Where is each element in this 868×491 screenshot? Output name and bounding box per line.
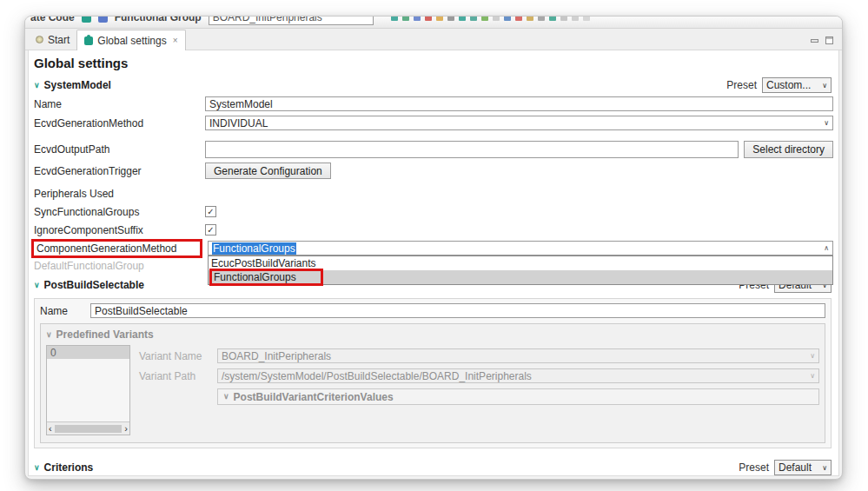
toolbar-mini-icon[interactable] — [527, 17, 533, 21]
preset-value: Custom... — [766, 79, 811, 91]
form-row-component-generation-method: ComponentGenerationMethod FunctionalGrou… — [34, 241, 833, 255]
label-ecvd-output-path: EcvdOutputPath — [34, 143, 205, 156]
chevron-down-icon: ∨ — [810, 372, 815, 380]
scrollbar-thumb[interactable] — [55, 425, 123, 433]
maximize-icon[interactable] — [825, 36, 833, 44]
toolbar-mini-icon[interactable] — [560, 17, 567, 21]
editor-tab-bar: Start Global settings × — [25, 29, 842, 50]
functional-group-value: BOARD_InitPeripherals — [213, 17, 322, 23]
form-row-peripherals-used: Peripherals Used — [34, 186, 833, 201]
toolbar-mini-icon[interactable] — [414, 17, 421, 21]
toolbar-mini-icon[interactable] — [402, 17, 409, 21]
variant-listbox[interactable]: 0 ‹ › — [46, 345, 130, 435]
minimize-icon[interactable] — [811, 39, 818, 43]
predefined-variants-title: Predefined Variants — [56, 328, 154, 341]
label-ecvd-generation-trigger: EcvdGenerationTrigger — [34, 165, 205, 177]
ignore-component-suffix-checkbox[interactable]: ✓ — [205, 224, 216, 236]
postbuildvariantcriterionvalues-header[interactable]: ∨ PostBuildVariantCriterionValues — [217, 388, 819, 405]
sync-functional-groups-checkbox[interactable]: ✓ — [205, 206, 216, 217]
preset-combo-criterions[interactable]: Default ∨ — [774, 460, 832, 475]
variant-list-item[interactable]: 0 — [47, 346, 129, 359]
generate-code-label[interactable]: ate Code — [30, 17, 75, 23]
predefined-variants-header[interactable]: ∨ Predefined Variants — [46, 328, 819, 342]
toolbar-mini-icon[interactable] — [481, 17, 488, 21]
postbuildselectable-group: Name PostBuildSelectable ∨ Predefined Va… — [34, 298, 832, 448]
tab-label: Start — [48, 34, 70, 46]
variant-path-value: /system/SystemModel/PostBuildSelectable/… — [222, 370, 532, 382]
variant-name-row: Variant Name BOARD_InitPeripherals ∨ — [139, 348, 819, 363]
select-value: INDIVIDUAL — [209, 117, 268, 129]
scroll-right-icon[interactable]: › — [124, 424, 128, 434]
preset-combo-systemmodel[interactable]: Custom... ∨ — [762, 77, 832, 93]
toolbar-mini-icon[interactable] — [436, 17, 443, 21]
chevron-down-icon: ∨ — [824, 119, 829, 127]
chevron-down-icon: ∨ — [223, 393, 229, 401]
component-generation-method-combo[interactable]: FunctionalGroups ∧ EcucPostBuildVariants… — [208, 241, 833, 255]
tab-label: Global settings — [97, 35, 166, 47]
tab-global-settings[interactable]: Global settings × — [76, 30, 185, 50]
close-icon[interactable]: × — [173, 36, 178, 45]
name-input[interactable]: SystemModel — [205, 96, 833, 111]
toolbar-mini-icon[interactable] — [425, 17, 432, 21]
preset-value: Default — [779, 461, 812, 474]
section-title: PostBuildSelectable — [44, 279, 144, 291]
variant-path-select: /system/SystemModel/PostBuildSelectable/… — [217, 368, 819, 383]
toolbar-icon[interactable] — [82, 17, 91, 23]
variant-path-row: Variant Path /system/SystemModel/PostBui… — [139, 368, 819, 383]
puzzle-icon — [84, 36, 93, 45]
predefined-variants-group: ∨ Predefined Variants 0 ‹ › Var — [40, 323, 825, 443]
lightbulb-icon — [36, 36, 43, 43]
toolbar-mini-icon[interactable] — [538, 17, 545, 21]
toolbar-mini-icon[interactable] — [515, 17, 522, 21]
global-settings-editor: Global settings ∨ SystemModel Preset Cus… — [28, 50, 839, 476]
postbuildselectable-name-input[interactable]: PostBuildSelectable — [90, 303, 825, 318]
chevron-down-icon[interactable]: ∨ — [34, 282, 40, 289]
toolbar-mini-icon[interactable] — [572, 17, 579, 21]
dropdown-option-functionalgroups[interactable]: FunctionalGroups — [209, 270, 832, 284]
section-title: SystemModel — [44, 79, 111, 91]
highlighted-option-text: FunctionalGroups — [209, 269, 323, 286]
label-name: Name — [34, 98, 205, 110]
ecvd-generation-method-select[interactable]: INDIVIDUAL ∨ — [205, 116, 833, 130]
chevron-down-icon: ∨ — [822, 464, 827, 472]
toolbar-mini-icon[interactable] — [459, 17, 466, 21]
postbuildselectable-name-row: Name PostBuildSelectable — [40, 303, 825, 318]
tab-start[interactable]: Start — [29, 30, 76, 50]
main-toolbar-clipped: ate Code Functional Group BOARD_InitPeri… — [25, 17, 842, 29]
form-row-ignore-component-suffix: IgnoreComponentSuffix ✓ — [34, 222, 833, 237]
combo-selected-text: FunctionalGroups — [212, 242, 296, 255]
label-variant-name: Variant Name — [139, 350, 217, 362]
functional-group-combo[interactable]: BOARD_InitPeripherals — [209, 17, 374, 25]
horizontal-scrollbar[interactable]: ‹ › — [47, 421, 129, 435]
section-header-criterions: ∨ Criterions Preset Default ∨ — [34, 460, 833, 475]
toolbar-mini-icon[interactable] — [549, 17, 556, 21]
criterion-values-title: PostBuildVariantCriterionValues — [234, 391, 394, 403]
label-peripherals-used: Peripherals Used — [34, 188, 205, 200]
generate-configuration-button[interactable]: Generate Configuration — [205, 163, 331, 179]
variant-fields: Variant Name BOARD_InitPeripherals ∨ Var… — [139, 345, 819, 435]
chevron-down-icon[interactable]: ∨ — [34, 464, 40, 472]
toolbar-icon[interactable] — [98, 17, 108, 23]
toolbar-mini-icon[interactable] — [493, 17, 500, 21]
toolbar-mini-icon[interactable] — [470, 17, 477, 21]
chevron-down-icon: ∨ — [46, 331, 52, 339]
toolbar-mini-icon[interactable] — [583, 17, 590, 21]
chevron-down-icon[interactable]: ∨ — [34, 82, 40, 90]
label-ignore-component-suffix: IgnoreComponentSuffix — [34, 224, 205, 236]
chevron-down-icon: ∨ — [810, 352, 815, 360]
toolbar-mini-icon[interactable] — [447, 17, 454, 21]
toolbar-mini-icon[interactable] — [504, 17, 511, 21]
label-sync-functional-groups: SyncFunctionalGroups — [34, 206, 205, 218]
label-variant-path: Variant Path — [139, 370, 217, 382]
chevron-down-icon: ∨ — [822, 82, 827, 90]
functional-group-label: Functional Group — [115, 17, 202, 23]
select-directory-button[interactable]: Select directory — [744, 141, 833, 158]
toolbar-mini-icon[interactable] — [391, 17, 398, 21]
form-row-ecvd-generation-method: EcvdGenerationMethod INDIVIDUAL ∨ — [34, 116, 833, 130]
ecvd-output-path-input[interactable] — [205, 141, 739, 158]
label-ecvd-generation-method: EcvdGenerationMethod — [34, 117, 205, 129]
variant-name-select: BOARD_InitPeripherals ∨ — [217, 348, 819, 363]
label-pbs-name: Name — [40, 305, 82, 317]
scroll-left-icon[interactable]: ‹ — [49, 424, 52, 434]
chevron-up-icon: ∧ — [824, 244, 829, 252]
